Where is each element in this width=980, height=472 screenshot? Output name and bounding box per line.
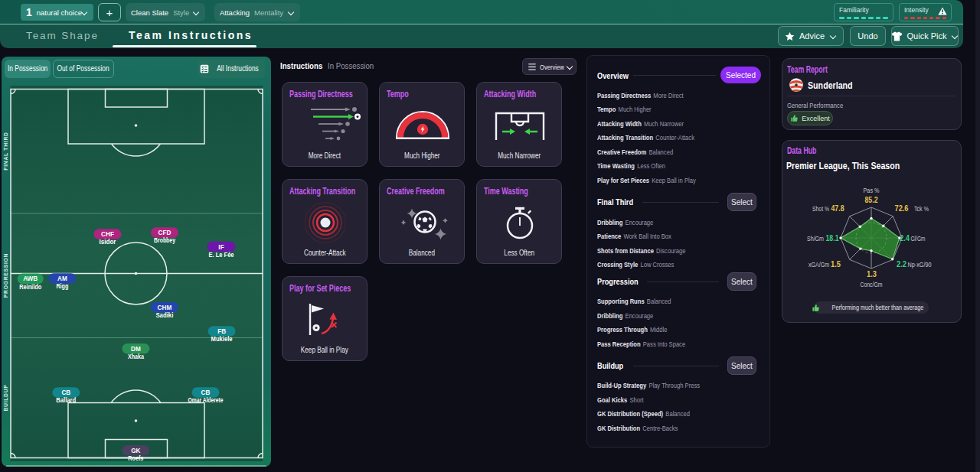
svg-text:85.2: 85.2 bbox=[865, 195, 878, 204]
svg-text:Rigg: Rigg bbox=[56, 282, 68, 290]
svg-text:Reinildo: Reinildo bbox=[19, 283, 41, 291]
svg-text:BUILDUP: BUILDUP bbox=[3, 384, 8, 411]
svg-text:CHF: CHF bbox=[101, 231, 114, 238]
svg-text:FINAL THIRD: FINAL THIRD bbox=[3, 132, 8, 170]
svg-text:Brobbey: Brobbey bbox=[154, 236, 175, 244]
svg-text:1.3: 1.3 bbox=[867, 269, 877, 278]
svg-text:E. Le Fée: E. Le Fée bbox=[209, 251, 234, 259]
svg-text:Conc/Gm: Conc/Gm bbox=[861, 281, 883, 288]
svg-text:18.1: 18.1 bbox=[826, 233, 839, 243]
svg-text:72.6: 72.6 bbox=[895, 203, 909, 213]
svg-text:Isidor: Isidor bbox=[100, 238, 117, 246]
svg-text:Omar Alderete: Omar Alderete bbox=[188, 396, 224, 404]
svg-text:Gl/Gm: Gl/Gm bbox=[911, 235, 926, 243]
svg-text:1.5: 1.5 bbox=[831, 259, 841, 269]
svg-text:CFD: CFD bbox=[158, 229, 172, 236]
svg-text:CHM: CHM bbox=[158, 304, 172, 311]
svg-text:2.4: 2.4 bbox=[900, 233, 910, 243]
svg-text:Shot %: Shot % bbox=[812, 205, 829, 213]
svg-text:Sadiki: Sadiki bbox=[155, 311, 173, 319]
svg-text:Ballard: Ballard bbox=[56, 396, 76, 404]
svg-text:FB: FB bbox=[217, 328, 226, 335]
svg-text:IF: IF bbox=[218, 244, 224, 251]
svg-text:CB: CB bbox=[61, 389, 70, 396]
svg-text:GK: GK bbox=[131, 448, 140, 454]
svg-text:Mukiele: Mukiele bbox=[211, 335, 233, 343]
svg-text:47.8: 47.8 bbox=[831, 203, 844, 213]
svg-text:xGA/Gm: xGA/Gm bbox=[808, 261, 829, 269]
svg-text:PROGRESSION: PROGRESSION bbox=[3, 253, 8, 298]
svg-text:AWB: AWB bbox=[23, 275, 38, 282]
svg-text:Roefs: Roefs bbox=[128, 454, 143, 462]
svg-text:AM: AM bbox=[57, 275, 67, 282]
svg-text:CB: CB bbox=[201, 389, 211, 396]
svg-text:Tck %: Tck % bbox=[914, 205, 929, 213]
svg-text:Xhaka: Xhaka bbox=[128, 353, 144, 360]
svg-text:Sh/Gm: Sh/Gm bbox=[807, 235, 824, 243]
svg-text:Pas %: Pas % bbox=[864, 187, 880, 194]
svg-text:DM: DM bbox=[131, 346, 141, 353]
svg-text:2.2: 2.2 bbox=[897, 259, 906, 269]
svg-text:Np-xG/90: Np-xG/90 bbox=[908, 261, 932, 269]
